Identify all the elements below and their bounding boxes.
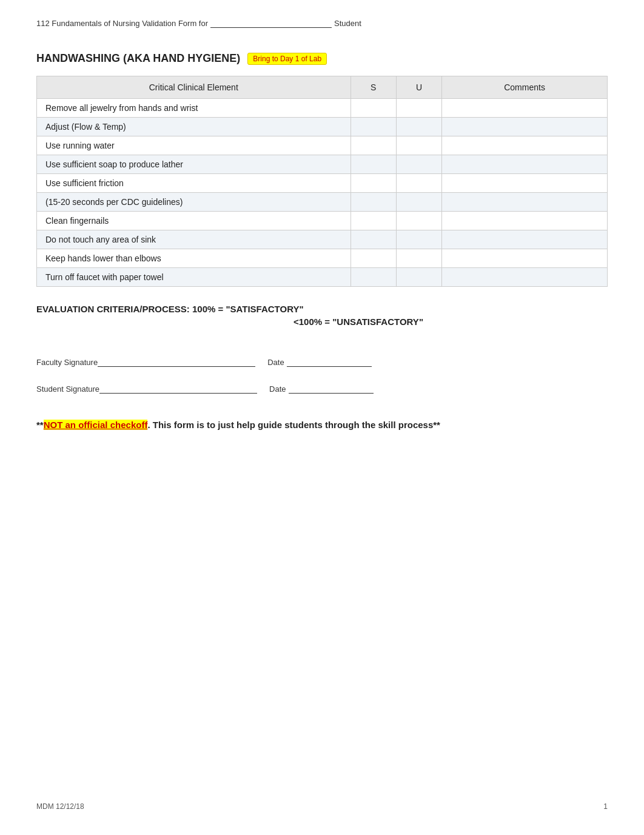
student-sig-label: Student Signature: [36, 384, 99, 394]
row-u: [396, 212, 441, 230]
disclaimer: **NOT an official checkoff. This form is…: [36, 418, 608, 432]
student-sig-line: [99, 384, 257, 394]
footer-page-number: 1: [603, 802, 608, 811]
col-header-u: U: [396, 76, 441, 99]
row-u: [396, 268, 441, 287]
row-element: Use sufficient soap to produce lather: [37, 155, 351, 174]
row-comments: [442, 174, 608, 193]
header-suffix: Student: [334, 19, 361, 28]
table-row: Use running water: [37, 136, 608, 155]
table-row: (15-20 seconds per CDC guidelines): [37, 193, 608, 212]
faculty-date-line: [287, 357, 372, 367]
row-u: [396, 230, 441, 249]
row-s: [351, 212, 396, 230]
row-element: Do not touch any area of sink: [37, 230, 351, 249]
faculty-date-label: Date: [267, 358, 284, 367]
row-s: [351, 155, 396, 174]
table-row: Do not touch any area of sink: [37, 230, 608, 249]
row-u: [396, 174, 441, 193]
row-s: [351, 230, 396, 249]
table-row: Clean fingernails: [37, 212, 608, 230]
row-s: [351, 136, 396, 155]
table-row: Adjust (Flow & Temp): [37, 118, 608, 136]
disclaimer-highlighted: NOT an official checkoff: [44, 420, 148, 430]
col-header-comments: Comments: [442, 76, 608, 99]
faculty-sig-line: [98, 357, 255, 367]
row-u: [396, 249, 441, 268]
row-element: Keep hands lower than elbows: [37, 249, 351, 268]
table-row: Use sufficient friction: [37, 174, 608, 193]
row-element: Use running water: [37, 136, 351, 155]
evaluation-section: EVALUATION CRITERIA/PROCESS: 100% = "SAT…: [36, 304, 608, 327]
evaluation-line2: <100% = "UNSATISFACTORY": [109, 317, 608, 327]
row-s: [351, 193, 396, 212]
row-element: Adjust (Flow & Temp): [37, 118, 351, 136]
row-s: [351, 99, 396, 118]
row-element: (15-20 seconds per CDC guidelines): [37, 193, 351, 212]
row-element: Clean fingernails: [37, 212, 351, 230]
row-comments: [442, 136, 608, 155]
row-comments: [442, 193, 608, 212]
header-prefix: 112 Fundamentals of Nursing Validation F…: [36, 19, 208, 28]
student-signature-row: Student Signature Date: [36, 384, 608, 394]
disclaimer-suffix: . This form is to just help guide studen…: [147, 420, 440, 430]
faculty-sig-label: Faculty Signature: [36, 358, 98, 367]
row-u: [396, 193, 441, 212]
row-u: [396, 155, 441, 174]
row-element: Turn off faucet with paper towel: [37, 268, 351, 287]
student-date-line: [289, 384, 374, 394]
table-row: Remove all jewelry from hands and wrist: [37, 99, 608, 118]
footer-left: MDM 12/12/18: [36, 802, 84, 811]
faculty-signature-row: Faculty Signature Date: [36, 357, 608, 367]
col-header-element: Critical Clinical Element: [37, 76, 351, 99]
row-s: [351, 174, 396, 193]
header: 112 Fundamentals of Nursing Validation F…: [36, 18, 608, 28]
section-title-text: HANDWASHING (AKA HAND HYGIENE): [36, 52, 240, 65]
row-element: Remove all jewelry from hands and wrist: [37, 99, 351, 118]
col-header-s: S: [351, 76, 396, 99]
row-comments: [442, 155, 608, 174]
section-title-row: HANDWASHING (AKA HAND HYGIENE) Bring to …: [36, 52, 608, 65]
student-name-field: [210, 18, 332, 28]
table-row: Keep hands lower than elbows: [37, 249, 608, 268]
row-u: [396, 99, 441, 118]
evaluation-line1: EVALUATION CRITERIA/PROCESS: 100% = "SAT…: [36, 304, 608, 314]
table-row: Turn off faucet with paper towel: [37, 268, 608, 287]
student-date-label: Date: [269, 384, 286, 394]
row-s: [351, 249, 396, 268]
checklist-table: Critical Clinical Element S U Comments R…: [36, 76, 608, 287]
footer: MDM 12/12/18 1: [36, 802, 608, 811]
row-s: [351, 268, 396, 287]
row-comments: [442, 118, 608, 136]
row-comments: [442, 212, 608, 230]
table-row: Use sufficient soap to produce lather: [37, 155, 608, 174]
badge: Bring to Day 1 of Lab: [247, 53, 327, 65]
row-comments: [442, 99, 608, 118]
signature-section: Faculty Signature Date Student Signature…: [36, 357, 608, 394]
row-element: Use sufficient friction: [37, 174, 351, 193]
row-comments: [442, 249, 608, 268]
row-u: [396, 118, 441, 136]
row-u: [396, 136, 441, 155]
row-comments: [442, 268, 608, 287]
disclaimer-prefix: **: [36, 420, 44, 430]
row-comments: [442, 230, 608, 249]
row-s: [351, 118, 396, 136]
